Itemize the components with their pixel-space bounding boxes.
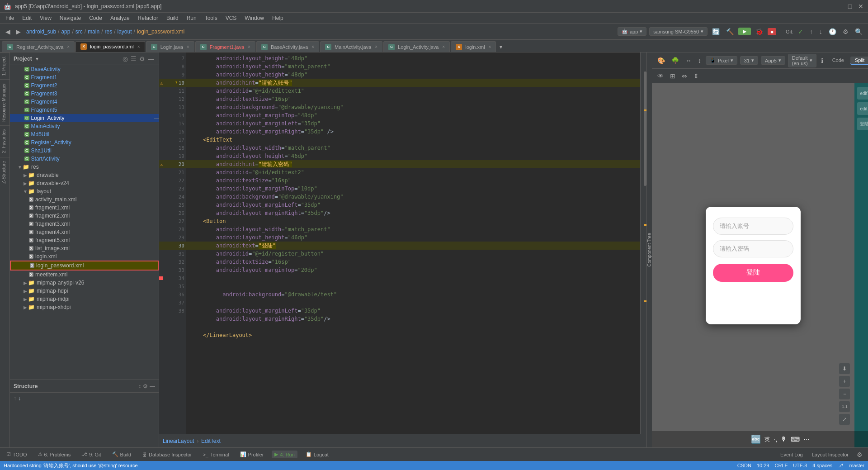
git-pull-icon[interactable]: ↓	[817, 27, 824, 36]
tree-item-fragment5-xml[interactable]: X fragment5.xml	[10, 236, 159, 244]
todo-tab[interactable]: ☑ TODO	[4, 451, 30, 458]
zoom-expand-btn[interactable]: ⤢	[839, 414, 850, 425]
settings-btn[interactable]: ⚙	[841, 27, 850, 36]
tree-item-drawable-v24[interactable]: ▶ 📁 drawable-v24	[10, 179, 159, 187]
close-btn[interactable]: ✕	[857, 3, 864, 10]
zoom-in-btn[interactable]: +	[839, 376, 850, 387]
structure-item-up[interactable]: ↑ ↓	[12, 394, 157, 403]
password-input-preview[interactable]: 请输入密码	[713, 240, 793, 257]
split-tab[interactable]: Split	[850, 57, 868, 65]
favorites-tab[interactable]: 2: Favorites	[0, 125, 9, 157]
tree-item-mainactivity[interactable]: C MainActivity	[10, 122, 159, 130]
info-btn[interactable]: ℹ	[819, 56, 825, 65]
structure-settings-btn[interactable]: ⚙	[143, 383, 148, 389]
close-tab-btn[interactable]: ×	[67, 44, 70, 49]
arrow-v-btn[interactable]: ⇕	[692, 71, 701, 81]
menu-item-refactor[interactable]: Refactor	[134, 14, 162, 22]
problems-tab[interactable]: ⚠ 6: Problems	[35, 451, 74, 458]
settings-icon[interactable]: ⚙	[855, 450, 864, 459]
menu-item-edit[interactable]: Edit	[19, 14, 35, 22]
tree-item-login-activity[interactable]: C Login_Activity —	[10, 114, 159, 122]
close-tab-btn[interactable]: ×	[187, 44, 189, 49]
menu-item-help[interactable]: Help	[269, 14, 287, 22]
arrow-h-btn[interactable]: ⇔	[680, 71, 689, 81]
menu-item-vcs[interactable]: VCS	[222, 14, 241, 22]
tree-item-mipmap-anydpi[interactable]: ▶ 📁 mipmap-anydpi-v26	[10, 279, 159, 287]
terminal-tab[interactable]: >_ Terminal	[200, 451, 231, 458]
search-btn[interactable]: 🔍	[853, 27, 864, 36]
debug-btn[interactable]: 🐞	[754, 27, 765, 36]
project-tab[interactable]: 1: Project	[0, 52, 9, 79]
tree-item-layout[interactable]: ▼ 📁 layout	[10, 187, 159, 195]
tab-mainactivity-java[interactable]: C MainActivity.java ×	[320, 41, 382, 52]
z-structure-tab[interactable]: Z-Structure	[0, 157, 9, 187]
menu-item-build[interactable]: Build	[163, 14, 182, 22]
zoom-out-btn[interactable]: −	[839, 389, 850, 399]
tree-item-fragment3-xml[interactable]: X fragment3.xml	[10, 220, 159, 228]
profiler-tab[interactable]: 📊 Profiler	[237, 451, 267, 458]
layout-inspector-tab[interactable]: Layout Inspector	[809, 451, 851, 458]
minimize-btn[interactable]: —	[835, 3, 843, 10]
preview-btn-2[interactable]: ↕	[696, 56, 703, 65]
menu-item-window[interactable]: Window	[241, 14, 268, 22]
path-linearlayout[interactable]: LinearLayout	[163, 438, 194, 444]
sync-btn[interactable]: 🔄	[710, 27, 722, 36]
app-dropdown[interactable]: App5 ▾	[761, 56, 785, 65]
tree-item-baseactivity[interactable]: C BaseActivity	[10, 65, 159, 73]
zoom-download-btn[interactable]: ⬇	[839, 363, 850, 374]
layout-grid-btn[interactable]: ⊞	[668, 71, 677, 81]
close-tab-btn[interactable]: ×	[137, 44, 140, 49]
tree-item-meetitem-xml[interactable]: X meetitem.xml	[10, 271, 159, 279]
code-tab[interactable]: Code	[828, 57, 849, 65]
tab-login-xml[interactable]: X login.xml ×	[451, 41, 496, 52]
palette-icon[interactable]: 🎨	[656, 56, 667, 65]
resource-manager-tab[interactable]: Resource Manager	[0, 79, 9, 125]
code-lines[interactable]: android:layout_height="48dp" android:lay…	[186, 52, 640, 434]
tree-item-login-password-xml[interactable]: X login_password.xml	[10, 261, 159, 271]
tree-item-mipmap-mdpi[interactable]: ▶ 📁 mipmap-mdpi	[10, 295, 159, 303]
tree-item-md5util[interactable]: C Md5Util	[10, 130, 159, 138]
login-btn-preview[interactable]: 登陆	[713, 264, 793, 282]
tree-item-register-activity[interactable]: C Register_Activity	[10, 138, 159, 147]
database-inspector-tab[interactable]: 🗄 Database Inspector	[139, 451, 194, 458]
tab-login-password-xml[interactable]: X login_password.xml ×	[75, 41, 145, 52]
git-history-icon[interactable]: 🕐	[827, 27, 838, 36]
sidebar-close-btn[interactable]: —	[147, 54, 155, 63]
status-branch-name[interactable]: master	[849, 463, 864, 469]
menu-item-navigate[interactable]: Navigate	[56, 14, 85, 22]
sidebar-settings-btn[interactable]: ☰	[130, 54, 137, 63]
close-tab-btn[interactable]: ×	[248, 44, 250, 49]
menu-item-file[interactable]: File	[2, 14, 18, 22]
zoom-fit-btn[interactable]: 1:1	[839, 401, 850, 412]
build-btn[interactable]: 🔨	[724, 27, 736, 36]
tree-item-activity-main-xml[interactable]: X activity_main.xml	[10, 195, 159, 204]
close-tab-btn[interactable]: ×	[375, 44, 377, 49]
git-push-icon[interactable]: ↑	[808, 27, 815, 36]
tab-register-activity[interactable]: C Register_Activity.java ×	[2, 41, 75, 52]
tab-login-java[interactable]: C Login.java ×	[146, 41, 194, 52]
git-check-icon[interactable]: ✓	[796, 27, 805, 36]
scrollbar-thumb[interactable]	[644, 71, 646, 186]
structure-close-btn[interactable]: —	[150, 383, 155, 389]
run-btn[interactable]: ▶	[738, 28, 751, 35]
tree-item-fragment5[interactable]: C Fragment5	[10, 106, 159, 114]
tree-item-fragment2-xml[interactable]: X fragment2.xml	[10, 212, 159, 220]
tree-item-fragment2[interactable]: C Fragment2	[10, 81, 159, 90]
logcat-tab[interactable]: 📋 Logcat	[303, 451, 331, 458]
event-log-tab[interactable]: Event Log	[778, 451, 806, 458]
status-charset[interactable]: UTF-8	[793, 463, 807, 469]
menu-item-code[interactable]: Code	[85, 14, 106, 22]
tab-baseactivity-java[interactable]: C BaseActivity.java ×	[256, 41, 319, 52]
tree-item-login-xml[interactable]: X login.xml	[10, 252, 159, 261]
menu-item-run[interactable]: Run	[183, 14, 200, 22]
tree-item-fragment4[interactable]: C Fragment4	[10, 98, 159, 106]
path-edittext[interactable]: EditText	[201, 438, 221, 444]
tabs-overflow-btn[interactable]: ▾	[497, 42, 505, 52]
tree-item-mipmap-hdpi[interactable]: ▶ 📁 mipmap-hdpi	[10, 287, 159, 295]
tree-item-drawable[interactable]: ▶ 📁 drawable	[10, 171, 159, 179]
tab-fragment1-java[interactable]: C Fragment1.java ×	[195, 41, 255, 52]
tree-item-fragment4-xml[interactable]: X fragment4.xml	[10, 228, 159, 236]
sidebar-scroll-btn[interactable]: ◎	[122, 54, 129, 63]
editor-scrollbar[interactable]	[640, 52, 646, 434]
close-tab-btn[interactable]: ×	[442, 44, 445, 49]
